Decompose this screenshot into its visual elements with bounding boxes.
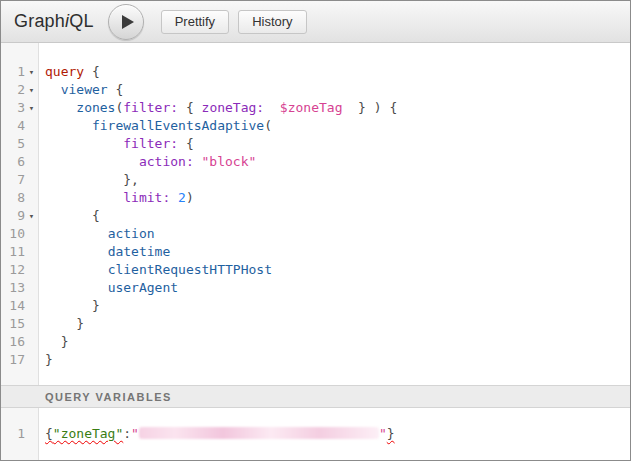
- line-number: 11: [5, 243, 25, 261]
- code-line-15: }: [45, 315, 630, 333]
- line-number: 17: [5, 351, 25, 369]
- line-number: 7: [5, 171, 25, 189]
- code-token: }: [45, 334, 68, 349]
- execute-button[interactable]: [108, 4, 144, 40]
- logo-text-pre: Graph: [14, 11, 65, 31]
- code-line-14: }: [45, 297, 630, 315]
- code-token: [45, 208, 92, 223]
- code-line-1: query {: [45, 63, 630, 81]
- code-token: userAgent: [108, 280, 178, 295]
- code-token: (: [264, 118, 272, 133]
- query-code[interactable]: query { viewer { zones(filter: { zoneTag…: [39, 43, 630, 385]
- code-token: firewallEventsAdaptive: [92, 118, 264, 133]
- line-number: 3: [5, 99, 25, 117]
- code-line-7: },: [45, 171, 630, 189]
- code-token: {: [92, 208, 100, 223]
- code-token: {: [84, 64, 100, 79]
- code-token: [170, 190, 178, 205]
- code-token: {: [108, 82, 124, 97]
- code-token: }: [45, 316, 84, 331]
- code-line-8: limit: 2): [45, 189, 630, 207]
- code-line-4: firewallEventsAdaptive(: [45, 117, 630, 135]
- graphiql-logo: GraphiQL: [14, 11, 94, 32]
- code-line-5: filter: {: [45, 135, 630, 153]
- code-line-11: datetime: [45, 243, 630, 261]
- code-token: [45, 262, 108, 277]
- variables-title-bar[interactable]: QUERY VARIABLES: [1, 385, 630, 408]
- code-line-10: action: [45, 225, 630, 243]
- line-number: 9: [5, 207, 25, 225]
- code-token: [194, 154, 202, 169]
- line-number: 14: [5, 297, 25, 315]
- line-number: 15: [5, 315, 25, 333]
- code-line-12: clientRequestHTTPHost: [45, 261, 630, 279]
- prettify-button[interactable]: Prettify: [161, 10, 229, 34]
- code-token: zones: [76, 100, 115, 115]
- code-token: filter:: [123, 100, 178, 115]
- code-token: :: [123, 426, 131, 441]
- code-token: [264, 100, 280, 115]
- fold-arrow-icon[interactable]: ▾: [25, 81, 38, 99]
- code-token: [45, 136, 123, 151]
- line-number: 2: [5, 81, 25, 99]
- fold-arrow-icon[interactable]: ▾: [25, 99, 38, 117]
- line-number: 4: [5, 117, 25, 135]
- code-line-16: }: [45, 333, 630, 351]
- code-token: filter:: [123, 136, 178, 151]
- code-token: {: [178, 100, 201, 115]
- query-gutter: 1▾2▾3▾456789▾1011121314151617: [1, 43, 39, 385]
- code-token: datetime: [108, 244, 171, 259]
- code-token: {: [45, 426, 53, 441]
- variables-line-number: 1: [5, 425, 25, 443]
- line-number: 12: [5, 261, 25, 279]
- code-token: action:: [139, 154, 194, 169]
- line-number: 8: [5, 189, 25, 207]
- code-token: zoneTag:: [202, 100, 265, 115]
- line-number: 10: [5, 225, 25, 243]
- line-number: 6: [5, 153, 25, 171]
- code-token: [45, 100, 76, 115]
- code-token: clientRequestHTTPHost: [108, 262, 272, 277]
- fold-arrow-icon[interactable]: ▾: [25, 207, 38, 225]
- code-token: ": [379, 426, 387, 441]
- code-token: } ) {: [342, 100, 397, 115]
- line-number: 13: [5, 279, 25, 297]
- code-token: [45, 118, 92, 133]
- query-editor[interactable]: 1▾2▾3▾456789▾1011121314151617 query { vi…: [1, 43, 630, 385]
- code-token: }: [45, 298, 100, 313]
- variables-code[interactable]: {"zoneTag":""}: [39, 408, 630, 460]
- code-line-9: {: [45, 207, 630, 225]
- code-token: }: [45, 352, 53, 367]
- graphiql-window: GraphiQL Prettify History 1▾2▾3▾456789▾1…: [0, 0, 631, 461]
- code-token: query: [45, 64, 84, 79]
- code-token: 2: [178, 190, 186, 205]
- code-line-17: }: [45, 351, 630, 369]
- code-line-6: action: "block": [45, 153, 630, 171]
- code-token: [45, 190, 123, 205]
- play-icon: [122, 15, 134, 29]
- code-token: action: [108, 226, 155, 241]
- code-token: [45, 82, 61, 97]
- code-token: "block": [202, 154, 257, 169]
- code-token: "zoneTag": [53, 426, 123, 441]
- toolbar: GraphiQL Prettify History: [1, 1, 630, 43]
- code-token: [45, 280, 108, 295]
- code-token: [45, 226, 108, 241]
- code-token: $zoneTag: [280, 100, 343, 115]
- code-token: [45, 244, 108, 259]
- variables-code-line: {"zoneTag":""}: [45, 425, 630, 443]
- code-token: }: [387, 426, 395, 441]
- code-token: viewer: [61, 82, 108, 97]
- line-number: 5: [5, 135, 25, 153]
- code-token: [45, 154, 139, 169]
- code-token: ": [131, 426, 139, 441]
- variables-editor[interactable]: 1 {"zoneTag":""}: [1, 408, 630, 460]
- code-line-13: userAgent: [45, 279, 630, 297]
- fold-arrow-icon[interactable]: ▾: [25, 63, 38, 81]
- code-token: {: [178, 136, 194, 151]
- line-number: 16: [5, 333, 25, 351]
- history-button[interactable]: History: [238, 10, 306, 34]
- redacted-zone-tag-value: [139, 427, 379, 439]
- line-number: 1: [5, 63, 25, 81]
- code-token: [45, 172, 123, 187]
